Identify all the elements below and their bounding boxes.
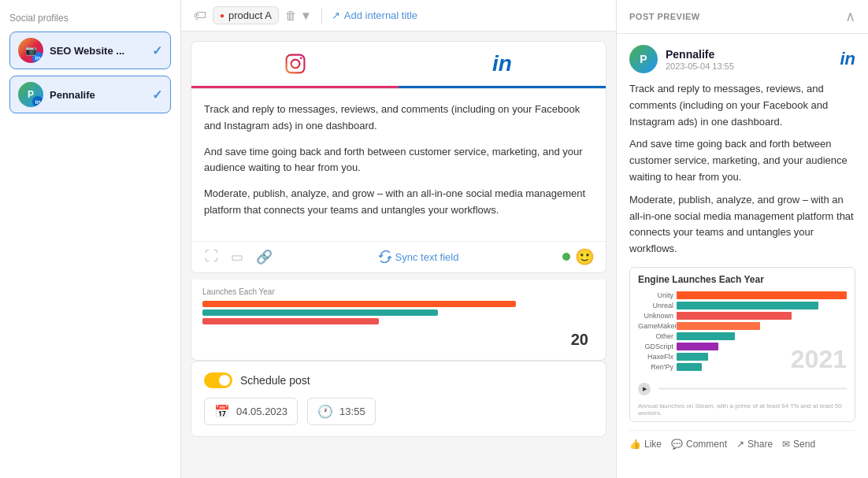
preview-avatar: P — [629, 45, 658, 73]
bar-label-gamemaker: GameMaker — [638, 322, 673, 330]
preview-p2: And save time going back and forth betwe… — [629, 136, 855, 185]
bar-3 — [202, 318, 379, 324]
header-divider — [321, 8, 322, 24]
preview-profile-date: 2023-05-04 13:55 — [666, 61, 734, 71]
text-content-area[interactable]: Track and reply to messages, reviews, an… — [191, 89, 606, 241]
chart-title: Launches Each Year — [202, 287, 595, 296]
schedule-toggle[interactable] — [204, 372, 232, 388]
bar-row-gamemaker: GameMaker — [638, 322, 847, 330]
share-icon: ↗ — [736, 439, 744, 450]
share-button[interactable]: ↗ Share — [736, 439, 773, 450]
bar-label-gdscript: GDScript — [638, 343, 673, 350]
send-icon: ✉ — [782, 439, 790, 450]
sync-icon — [379, 250, 391, 263]
mini-bar-chart — [202, 301, 595, 324]
bar-2 — [202, 309, 438, 316]
bar-unknown — [677, 312, 792, 320]
clock-icon: 🕐 — [317, 404, 333, 419]
platform-tabs: in — [191, 42, 606, 89]
bar-unreal — [677, 302, 818, 309]
sidebar-item-pennalife[interactable]: P in Pennalife ✓ — [9, 76, 171, 113]
add-internal-title-link[interactable]: ↗ Add internal title — [332, 9, 417, 21]
like-label: Like — [644, 439, 662, 450]
chart-number: 20 — [202, 331, 595, 349]
sync-text-field-button[interactable]: Sync text field — [379, 250, 459, 263]
preview-title: POST PREVIEW — [629, 12, 700, 21]
bar-label-other: Other — [638, 332, 673, 340]
comment-label: Comment — [686, 439, 727, 450]
schedule-section: Schedule post 📅 04.05.2023 🕐 13:55 — [191, 361, 606, 437]
link-icon: ↗ — [332, 9, 340, 21]
chart-progress-bar[interactable] — [658, 387, 847, 390]
collapse-icon[interactable]: ∧ — [845, 8, 855, 25]
bar-label-unreal: Unreal — [638, 302, 673, 309]
comment-button[interactable]: 💬 Comment — [671, 439, 727, 450]
send-button[interactable]: ✉ Send — [782, 439, 815, 450]
bar-other — [677, 332, 735, 340]
expand-icon[interactable]: ⛶ — [202, 246, 221, 267]
tag-icon: 🏷 — [194, 9, 206, 23]
preview-p3: Moderate, publish, analyze, and grow – w… — [629, 192, 855, 258]
status-indicator — [562, 253, 570, 261]
bar-row-unity: Unity — [638, 291, 847, 299]
tag-name: product A — [228, 9, 272, 21]
preview-text: Track and reply to messages, reviews, an… — [629, 81, 855, 258]
bar-gdscript — [677, 343, 718, 350]
svg-point-2 — [299, 57, 302, 59]
date-field[interactable]: 📅 04.05.2023 — [204, 398, 298, 425]
avatar-pennalife: P in — [18, 82, 43, 107]
bar-1 — [202, 301, 516, 307]
svg-point-1 — [291, 60, 299, 69]
bar-label-unknown: Unknown — [638, 312, 673, 320]
like-button[interactable]: 👍 Like — [629, 439, 662, 450]
tab-instagram[interactable] — [191, 42, 399, 88]
schedule-time: 13:55 — [339, 406, 365, 417]
toolbar-left: ⛶ ▭ 🔗 — [202, 246, 275, 268]
time-field[interactable]: 🕐 13:55 — [307, 398, 376, 425]
profile-check-pennalife: ✓ — [152, 87, 162, 102]
avatar-linkedin-badge: in — [32, 96, 43, 107]
bar-row-unknown: Unknown — [638, 312, 847, 320]
editor-header: 🏷 ● product A 🗑 ▼ ↗ Add internal title — [181, 0, 616, 31]
preview-header: POST PREVIEW ∧ — [617, 0, 868, 34]
product-tag[interactable]: ● product A — [213, 6, 279, 24]
linkedin-icon: in — [492, 51, 512, 76]
bar-gamemaker — [677, 322, 760, 330]
schedule-header: Schedule post — [204, 372, 593, 388]
bar-chart-area: Unity Unreal Unknown GameMaker Other — [630, 288, 855, 380]
schedule-date: 04.05.2023 — [236, 406, 287, 417]
tab-linkedin[interactable]: in — [399, 42, 606, 88]
bar-unity — [677, 291, 847, 299]
chart-footer: Annual launches on Steam, with a prime o… — [630, 400, 855, 421]
like-icon: 👍 — [629, 439, 641, 450]
link-edit-icon[interactable]: 🔗 — [254, 246, 275, 268]
share-label: Share — [747, 439, 773, 450]
preview-actions: 👍 Like 💬 Comment ↗ Share ✉ Send — [629, 430, 855, 450]
bar-label-renpy: Ren'Py — [638, 363, 673, 371]
comment-icon: 💬 — [671, 439, 683, 450]
delete-tag-icon[interactable]: 🗑 — [285, 9, 297, 22]
instagram-icon — [284, 52, 307, 76]
tag-actions: 🗑 ▼ — [285, 9, 312, 22]
emoji-picker-icon[interactable]: 🙂 — [575, 247, 595, 266]
content-p1: Track and reply to messages, reviews, an… — [204, 102, 593, 135]
bar-label-unity: Unity — [638, 291, 673, 299]
schedule-times: 📅 04.05.2023 🕐 13:55 — [204, 398, 593, 425]
sidebar-item-seo-website[interactable]: 📷 in SEO Website ... ✓ — [9, 31, 171, 69]
content-p2: And save time going back and forth betwe… — [204, 144, 593, 177]
main-editor: 🏷 ● product A 🗑 ▼ ↗ Add internal title — [181, 0, 616, 478]
send-label: Send — [793, 439, 815, 450]
editor-content-card: in Track and reply to messages, reviews,… — [191, 41, 606, 273]
bar-renpy — [677, 363, 702, 371]
profile-name-pennalife: Pennalife — [50, 89, 152, 101]
expand-tag-icon[interactable]: ▼ — [300, 9, 312, 22]
sidebar: Social profiles 📷 in SEO Website ... ✓ P… — [0, 0, 181, 478]
preview-linkedin-icon: in — [840, 49, 855, 69]
note-icon[interactable]: ▭ — [228, 246, 246, 268]
bar-label-haxeflx: HaxeFlx — [638, 353, 673, 361]
toolbar-right: 🙂 — [562, 247, 595, 266]
sidebar-title: Social profiles — [9, 13, 171, 24]
preview-chart-title: Engine Launches Each Year — [630, 268, 855, 288]
avatar-seo: 📷 in — [18, 38, 43, 63]
chart-play-button[interactable]: ▶ — [638, 383, 651, 395]
